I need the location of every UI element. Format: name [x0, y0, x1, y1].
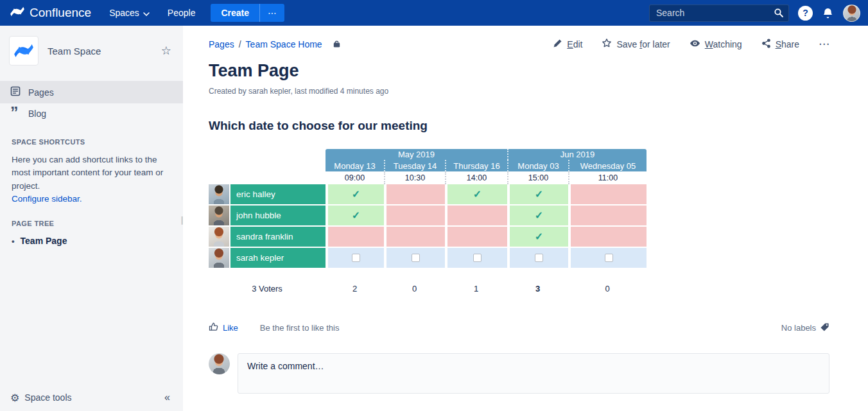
vote-cell-pending: [568, 248, 647, 269]
edit-button[interactable]: Edit: [553, 39, 582, 50]
poll-date-header: Wednesday 05: [568, 160, 647, 171]
vote-cell-pending: [445, 248, 507, 269]
nav-spaces[interactable]: Spaces: [109, 8, 150, 18]
poll-time: 10:30: [384, 171, 445, 184]
vote-cell-pending: [507, 248, 568, 269]
vote-checkbox[interactable]: [352, 254, 360, 262]
vote-checkbox[interactable]: [473, 254, 482, 262]
like-button[interactable]: Like: [209, 322, 238, 334]
voter-avatar: [209, 248, 229, 269]
eye-icon: [690, 38, 700, 51]
poll-date-header: Monday 03: [507, 160, 568, 171]
checkmark-icon: ✓: [535, 188, 543, 200]
space-shortcuts-heading: SPACE SHORTCUTS: [12, 138, 171, 146]
voter-photo: [209, 227, 229, 247]
vote-cell-no: [568, 184, 647, 206]
collapse-sidebar-icon[interactable]: «: [164, 392, 170, 403]
page-byline: Created by sarah kepler, last modified 4…: [209, 87, 829, 96]
nav-people[interactable]: People: [168, 8, 196, 18]
confluence-brand[interactable]: Confluence: [10, 4, 91, 22]
voter-avatar: [209, 227, 229, 248]
create-more-button[interactable]: ⋯: [259, 4, 284, 22]
space-name[interactable]: Team Space: [48, 46, 152, 57]
vote-checkbox[interactable]: [412, 254, 420, 262]
no-labels-text: No labels: [781, 323, 816, 333]
checkmark-icon: ✓: [352, 209, 360, 222]
poll-month-header: May 2019: [326, 149, 507, 160]
vote-cell-no: [568, 227, 647, 248]
favorite-star-icon[interactable]: ☆: [161, 44, 171, 58]
vote-count: 0: [568, 269, 647, 296]
tag-icon: [820, 322, 829, 334]
poll-time: 11:00: [568, 171, 647, 184]
space-logo[interactable]: [9, 36, 39, 66]
create-button-group: Create ⋯: [211, 4, 284, 22]
voter-name: sandra franklin: [229, 227, 326, 248]
thumbs-up-icon: [209, 322, 219, 334]
configure-sidebar-link[interactable]: Configure sidebar.: [12, 194, 82, 204]
voter-photo: [209, 206, 229, 225]
voter-photo: [209, 248, 229, 268]
sidebar-pages-label: Pages: [28, 87, 54, 98]
vote-cell-no: [445, 227, 507, 248]
vote-count: 0: [384, 269, 445, 296]
vote-cell-pending: [384, 248, 445, 269]
sidebar-item-blog[interactable]: ” Blog: [0, 103, 183, 124]
like-hint: Be the first to like this: [260, 323, 340, 333]
help-icon[interactable]: ?: [798, 6, 813, 21]
navbar-search: [649, 4, 789, 22]
ellipsis-icon: ⋯: [819, 37, 829, 51]
user-avatar[interactable]: [843, 4, 860, 22]
vote-count: 2: [326, 269, 384, 296]
breadcrumb: Pages / Team Space Home: [209, 39, 342, 50]
star-icon: [602, 38, 612, 50]
create-button[interactable]: Create: [211, 4, 259, 22]
voter-name: john hubble: [229, 206, 326, 227]
nav-people-label: People: [168, 8, 196, 18]
sidebar-blog-label: Blog: [28, 109, 46, 119]
poll-date-header: Tuesday 14: [384, 160, 445, 171]
voter-avatar: [209, 184, 229, 206]
breadcrumb-pages[interactable]: Pages: [209, 39, 234, 49]
search-icon[interactable]: [774, 8, 784, 21]
vote-cell-no: [384, 227, 445, 248]
watching-button[interactable]: Watching: [690, 38, 742, 51]
page-more-actions-button[interactable]: ⋯: [819, 37, 829, 51]
comment-input[interactable]: Write a comment…: [238, 353, 829, 394]
vote-cell-yes: ✓: [507, 227, 568, 248]
shortcuts-description: Here you can add shortcut links to the m…: [12, 155, 163, 191]
vote-count: 3: [507, 269, 568, 296]
vote-cell-yes: ✓: [326, 184, 384, 206]
like-label: Like: [223, 323, 238, 333]
blog-quote-icon: ”: [10, 109, 21, 118]
voter-name: eric halley: [229, 184, 326, 206]
share-icon: [761, 39, 771, 50]
save-for-later-button[interactable]: Save for later: [602, 38, 670, 50]
confluence-logo-icon: [10, 4, 24, 22]
unlock-icon[interactable]: [332, 39, 342, 50]
poll-month-header: Jun 2019: [507, 149, 647, 160]
pencil-icon: [553, 39, 562, 50]
search-input[interactable]: [649, 4, 789, 22]
vote-cell-pending: [326, 248, 384, 269]
checkmark-icon: ✓: [535, 209, 543, 222]
page-tree-item-team-page[interactable]: • Team Page: [12, 236, 171, 246]
breadcrumb-separator: /: [239, 39, 241, 49]
top-navbar: Confluence Spaces People Create ⋯ ?: [0, 0, 868, 26]
notifications-bell-icon[interactable]: [822, 7, 834, 19]
page-tree-heading: PAGE TREE: [12, 220, 171, 227]
space-tools-button[interactable]: Space tools: [24, 392, 71, 403]
voter-photo: [209, 184, 229, 204]
labels-button[interactable]: No labels: [781, 322, 829, 334]
vote-checkbox[interactable]: [605, 254, 613, 262]
checkmark-icon: ✓: [473, 188, 482, 200]
breadcrumb-team-space-home[interactable]: Team Space Home: [246, 39, 322, 49]
sidebar-item-pages[interactable]: Pages: [0, 81, 183, 103]
share-button[interactable]: Share: [761, 39, 799, 50]
poll-time: 14:00: [445, 171, 507, 184]
vote-cell-no: [384, 184, 445, 206]
gear-icon: ⚙: [10, 392, 19, 404]
vote-checkbox[interactable]: [535, 254, 543, 262]
vote-cell-no: [326, 227, 384, 248]
voter-avatar: [209, 206, 229, 227]
